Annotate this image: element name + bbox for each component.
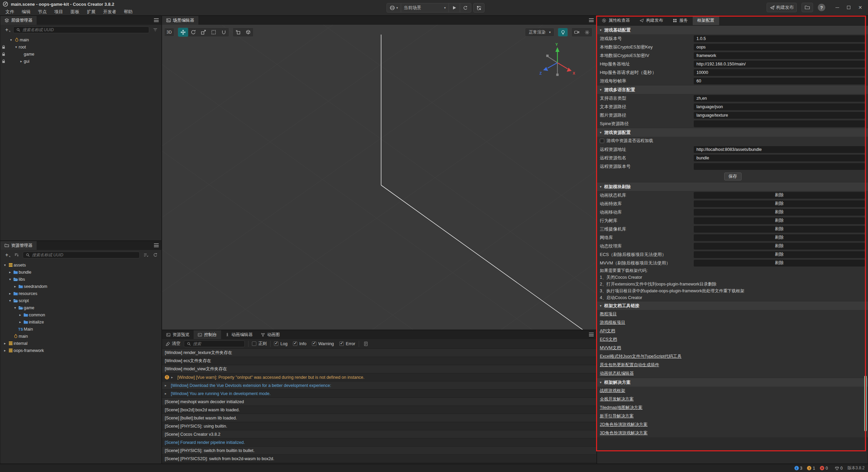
filter-info-checkbox[interactable]: Info bbox=[293, 341, 307, 346]
field-input[interactable]: zh,en bbox=[694, 95, 865, 102]
orientation-gizmo[interactable]: Y X Z bbox=[539, 42, 576, 81]
filter-list-icon[interactable] bbox=[142, 252, 149, 258]
doc-link[interactable]: 游戏模板项目 bbox=[600, 320, 625, 326]
hierarchy-search[interactable] bbox=[13, 26, 149, 33]
module-remove-button[interactable]: 剔除 bbox=[775, 260, 784, 266]
field-input[interactable] bbox=[694, 163, 865, 170]
field-input[interactable]: oops bbox=[694, 44, 865, 51]
tree-row[interactable]: ▾root bbox=[0, 43, 161, 51]
warning-count-badge[interactable]: ! 1 bbox=[807, 466, 815, 471]
vertex-snap-tool-button[interactable] bbox=[243, 28, 253, 37]
tab-控制台[interactable]: 控制台 bbox=[194, 330, 221, 339]
regex-checkbox[interactable]: 正则 bbox=[252, 341, 267, 347]
expand-arrow[interactable]: ▸ bbox=[171, 375, 175, 379]
tab-构建发布[interactable]: 构建发布 bbox=[635, 16, 668, 25]
menu-编辑[interactable]: 编辑 bbox=[18, 8, 34, 16]
filter-log-checkbox[interactable]: Log bbox=[274, 341, 288, 346]
open-project-folder-button[interactable] bbox=[802, 3, 813, 12]
solution-link[interactable]: 新手引导解决方案 bbox=[600, 413, 634, 419]
clear-console-button[interactable]: 清空 bbox=[165, 341, 180, 347]
doc-link[interactable]: ECS文档 bbox=[600, 337, 617, 342]
log-row[interactable]: ▸[Window] Download the Vue Devtools exte… bbox=[162, 381, 596, 390]
hierarchy-search-input[interactable] bbox=[22, 27, 146, 32]
expand-arrow[interactable]: ▸ bbox=[165, 383, 169, 387]
tree-row[interactable]: ▸bundle bbox=[0, 269, 161, 276]
doc-link[interactable]: 教程项目 bbox=[600, 311, 617, 317]
reload-button[interactable] bbox=[460, 3, 471, 12]
module-remove-button[interactable]: 剔除 bbox=[775, 209, 784, 215]
section-header[interactable]: ▾游戏多语言配置 bbox=[597, 85, 868, 94]
light-toggle-button[interactable] bbox=[558, 28, 568, 37]
filter-warning-checkbox[interactable]: Warning bbox=[312, 341, 334, 346]
filter-icon[interactable] bbox=[152, 26, 159, 33]
remote-load-checkbox[interactable] bbox=[600, 139, 604, 143]
scrollbar-thumb[interactable] bbox=[864, 376, 867, 431]
expand-arrow[interactable]: ▸ bbox=[2, 341, 7, 345]
tree-row[interactable]: ▸seedrandom bbox=[0, 283, 161, 290]
scene-selector-dropdown[interactable]: 当前场景 ▾ bbox=[401, 3, 449, 12]
rect-tool-button[interactable] bbox=[209, 28, 219, 37]
sort-icon[interactable] bbox=[13, 252, 20, 258]
module-remove-button[interactable]: 剔除 bbox=[775, 252, 784, 257]
menu-文件[interactable]: 文件 bbox=[2, 8, 18, 16]
tab-assets[interactable]: 资源管理器 bbox=[0, 241, 37, 250]
assets-search[interactable] bbox=[23, 252, 140, 258]
field-input[interactable]: 10000 bbox=[694, 69, 865, 76]
tree-row[interactable]: ▸gui bbox=[0, 58, 161, 65]
log-count-badge[interactable]: i 3 bbox=[794, 466, 803, 471]
build-publish-button[interactable]: 构建发布 bbox=[767, 3, 797, 12]
field-input[interactable]: framework bbox=[694, 52, 865, 59]
render-mode-dropdown[interactable]: 正常渲染 ▾ bbox=[525, 28, 554, 37]
tree-row[interactable]: ▸internal bbox=[0, 340, 161, 347]
solution-link[interactable]: 全栈开发解决方案 bbox=[600, 396, 634, 402]
task-count-badge[interactable]: 0 bbox=[835, 466, 843, 471]
tree-row[interactable]: ▾script bbox=[0, 297, 161, 304]
section-header[interactable]: ▾框架文档工具链接 bbox=[597, 301, 868, 310]
expand-arrow[interactable]: ▸ bbox=[7, 270, 13, 274]
menu-帮助[interactable]: 帮助 bbox=[120, 8, 136, 16]
expand-arrow[interactable]: ▸ bbox=[18, 320, 23, 324]
tab-属性检查器[interactable]: 属性检查器 bbox=[597, 16, 635, 25]
section-header[interactable]: ▾游戏基础配置 bbox=[597, 25, 868, 34]
section-header[interactable]: ▾框架解决方案 bbox=[597, 378, 868, 387]
menu-项目[interactable]: 项目 bbox=[51, 8, 66, 16]
gear-icon[interactable] bbox=[582, 28, 592, 37]
field-input[interactable]: 1.0.5 bbox=[694, 35, 865, 42]
tree-row[interactable]: ▸initialize bbox=[0, 318, 161, 326]
panel-menu-icon[interactable] bbox=[589, 18, 594, 22]
expand-arrow[interactable]: ▸ bbox=[18, 313, 23, 317]
menu-扩展[interactable]: 扩展 bbox=[83, 8, 99, 16]
field-input[interactable]: 60 bbox=[694, 78, 865, 84]
section-header[interactable]: ▾框架模块剔除 bbox=[597, 182, 868, 191]
module-remove-button[interactable]: 剔除 bbox=[775, 201, 784, 206]
section-header[interactable]: ▾游戏资源配置 bbox=[597, 128, 868, 137]
solution-link[interactable]: 3D角色扮演游戏解决方案 bbox=[600, 430, 648, 436]
expand-arrow[interactable]: ▸ bbox=[7, 292, 13, 295]
tree-row[interactable]: ▾assets bbox=[0, 261, 161, 269]
play-button[interactable] bbox=[449, 3, 460, 12]
tree-row[interactable]: ▾libs bbox=[0, 276, 161, 283]
panel-menu-icon[interactable] bbox=[154, 18, 159, 22]
doc-link[interactable]: 原生包热更新配置自动生成插件 bbox=[600, 362, 659, 368]
tab-动画编辑器[interactable]: 动画编辑器 bbox=[221, 330, 257, 339]
module-remove-button[interactable]: 剔除 bbox=[775, 235, 784, 240]
move-tool-button[interactable] bbox=[178, 28, 188, 37]
expand-arrow[interactable]: ▸ bbox=[19, 59, 24, 63]
create-node-button[interactable]: + bbox=[3, 27, 11, 33]
tree-row[interactable]: ▸resources bbox=[0, 290, 161, 297]
snap-tool-button[interactable] bbox=[233, 28, 243, 37]
panel-menu-icon[interactable] bbox=[154, 243, 159, 247]
log-row[interactable]: ▸[Window] You are running Vue in develop… bbox=[162, 390, 596, 398]
tab-scene[interactable]: 场景编辑器 bbox=[162, 16, 198, 25]
solution-link[interactable]: Tiledmap地图解决方案 bbox=[600, 405, 643, 411]
error-count-badge[interactable]: ✕ 0 bbox=[820, 466, 828, 471]
expand-arrow[interactable]: ▾ bbox=[14, 45, 19, 49]
expand-arrow[interactable]: ▸ bbox=[2, 349, 7, 352]
expand-arrow[interactable]: ▸ bbox=[13, 284, 18, 288]
refresh-icon[interactable] bbox=[152, 252, 159, 258]
expand-arrow[interactable]: ▾ bbox=[7, 277, 13, 281]
expand-arrow[interactable]: ▸ bbox=[165, 392, 169, 395]
filter-error-checkbox[interactable]: Error bbox=[339, 341, 355, 346]
tree-row[interactable]: ▾game bbox=[0, 304, 161, 311]
save-button[interactable]: 保存 bbox=[724, 173, 742, 180]
